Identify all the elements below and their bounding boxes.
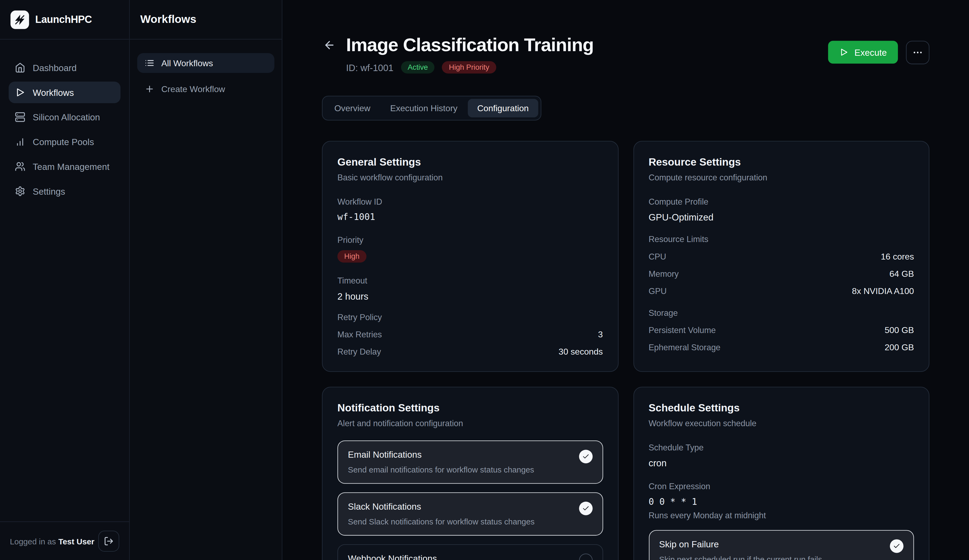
resource-limits-label: Resource Limits [649,235,914,244]
card-subtitle: Compute resource configuration [649,173,914,182]
logout-icon [104,536,114,546]
bar-chart-icon [15,136,25,147]
retry-delay-row: Retry Delay 30 seconds [338,347,603,356]
page-header: Image Classification Training ID: wf-100… [322,35,929,73]
sidebar-item-label: Dashboard [33,63,77,73]
panel-item-label: Create Workflow [162,84,225,94]
compute-profile-label: Compute Profile [649,197,914,206]
card-subtitle: Alert and notification configuration [338,419,603,428]
cron-help-text: Runs every Monday at midnight [649,511,914,520]
ephemeral-storage-label: Ephemeral Storage [649,342,721,352]
logged-in-user: Test User [58,537,95,546]
tab-execution-history[interactable]: Execution History [381,99,467,117]
status-badge-active: Active [401,61,435,73]
timeout-value: 2 hours [338,291,603,302]
max-retries-row: Max Retries 3 [338,329,603,339]
list-icon [145,58,155,68]
app-window: LaunchHPC Dashboard Workflows Silicon Al… [0,0,969,560]
priority-field-label: Priority [338,235,603,244]
sidebar-item-workflows[interactable]: Workflows [8,81,120,103]
memory-row: Memory 64 GB [649,269,914,279]
header-actions: Execute [828,41,929,64]
arrow-left-icon [323,39,336,52]
panel-item-create-workflow[interactable]: Create Workflow [137,79,274,99]
memory-value: 64 GB [889,269,914,279]
brand-logo-icon [10,10,29,29]
users-icon [15,161,25,172]
gpu-value: 8x NVIDIA A100 [852,286,914,296]
persistent-volume-label: Persistent Volume [649,325,716,334]
back-button[interactable] [322,38,336,53]
schedule-type-value: cron [649,458,914,468]
persistent-volume-row: Persistent Volume 500 GB [649,325,914,335]
sidebar-item-compute-pools[interactable]: Compute Pools [8,131,120,152]
sidebar-nav: Dashboard Workflows Silicon Allocation C… [0,40,129,522]
logout-button[interactable] [98,531,119,552]
card-title: Schedule Settings [649,402,914,415]
execute-button-label: Execute [854,47,887,57]
home-icon [15,63,25,73]
tab-bar: Overview Execution History Configuration [322,96,541,121]
memory-label: Memory [649,269,679,278]
schedule-settings-card: Schedule Settings Workflow execution sch… [633,387,929,560]
webhook-notifications-toggle[interactable]: Webhook Notifications [338,544,603,560]
sidebar-item-label: Team Management [33,161,110,171]
skip-on-failure-toggle[interactable]: Skip on Failure Skip next scheduled run … [649,530,914,560]
sidebar-footer: Logged in asTest User [0,522,129,560]
ephemeral-storage-value: 200 GB [885,342,914,352]
card-title: Resource Settings [649,156,914,169]
gear-icon [15,186,25,196]
workflow-id-label: ID: wf-1001 [346,62,393,73]
max-retries-value: 3 [598,329,603,339]
workflow-id-field-label: Workflow ID [338,197,603,206]
cpu-value: 16 cores [881,251,914,261]
priority-badge-high: High Priority [442,61,496,73]
timeout-field-label: Timeout [338,276,603,286]
app-stage: LaunchHPC Dashboard Workflows Silicon Al… [0,0,969,560]
max-retries-label: Max Retries [338,329,382,339]
retry-delay-label: Retry Delay [338,347,381,356]
resource-settings-card: Resource Settings Compute resource confi… [633,141,929,372]
play-icon [15,87,25,98]
toggle-description: Skip next scheduled run if the current r… [659,555,822,560]
play-icon [839,48,848,57]
sidebar-item-dashboard[interactable]: Dashboard [8,57,120,78]
retry-delay-value: 30 seconds [559,347,603,356]
storage-label: Storage [649,308,914,317]
persistent-volume-value: 500 GB [885,325,914,335]
toggle-title: Skip on Failure [659,539,822,549]
retry-policy-label: Retry Policy [338,312,603,322]
plus-icon [145,84,155,94]
brand: LaunchHPC [0,0,129,40]
sidebar-item-silicon-allocation[interactable]: Silicon Allocation [8,106,120,128]
sidebar-item-label: Settings [33,186,65,196]
card-title: Notification Settings [338,402,603,415]
card-subtitle: Basic workflow configuration [338,173,603,182]
brand-name: LaunchHPC [35,13,92,25]
sidebar-item-settings[interactable]: Settings [8,180,120,202]
cron-expression-label: Cron Expression [649,482,914,491]
title-block: Image Classification Training ID: wf-100… [322,35,594,73]
main-content: Image Classification Training ID: wf-100… [283,0,969,560]
slack-notifications-toggle[interactable]: Slack Notifications Send Slack notificat… [338,492,603,536]
email-notifications-toggle[interactable]: Email Notifications Send email notificat… [338,440,603,484]
workflow-meta: ID: wf-1001 Active High Priority [346,61,594,73]
sidebar-item-team-management[interactable]: Team Management [8,156,120,177]
workflows-panel-body: All Workflows Create Workflow [130,40,282,113]
server-icon [15,112,25,122]
more-options-button[interactable] [906,41,929,64]
execute-button[interactable]: Execute [828,41,898,63]
sidebar-item-label: Silicon Allocation [33,112,100,122]
sidebar-item-label: Compute Pools [33,137,94,147]
logged-in-prefix: Logged in as [10,537,56,546]
cpu-row: CPU 16 cores [649,251,914,261]
ellipsis-icon [912,47,923,58]
sidebar: LaunchHPC Dashboard Workflows Silicon Al… [0,0,130,560]
panel-item-label: All Workflows [162,58,213,68]
page-title: Image Classification Training [346,35,594,55]
gpu-row: GPU 8x NVIDIA A100 [649,286,914,296]
card-subtitle: Workflow execution schedule [649,419,914,428]
panel-item-all-workflows[interactable]: All Workflows [137,53,274,73]
tab-configuration[interactable]: Configuration [468,99,538,117]
tab-overview[interactable]: Overview [325,99,380,117]
